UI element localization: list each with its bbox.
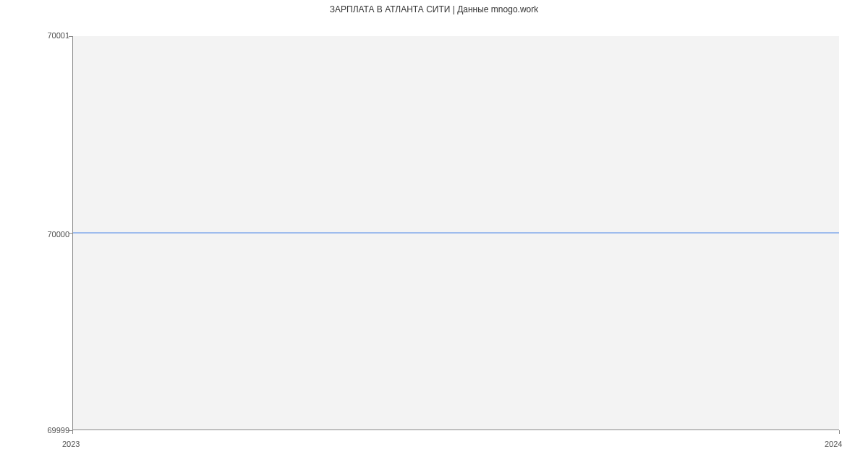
x-tickmark <box>72 430 73 434</box>
plot-area <box>72 36 839 430</box>
x-tick-label: 2023 <box>62 440 80 448</box>
y-tick-label: 70001 <box>47 31 69 40</box>
x-tick-label: 2024 <box>825 440 842 448</box>
chart-title: ЗАРПЛАТА В АТЛАНТА СИТИ | Данные mnogo.w… <box>0 4 868 14</box>
y-tick-label: 70000 <box>47 230 69 239</box>
data-line <box>73 233 839 234</box>
x-tickmark <box>839 430 840 434</box>
y-tick-label: 69999 <box>47 426 69 435</box>
